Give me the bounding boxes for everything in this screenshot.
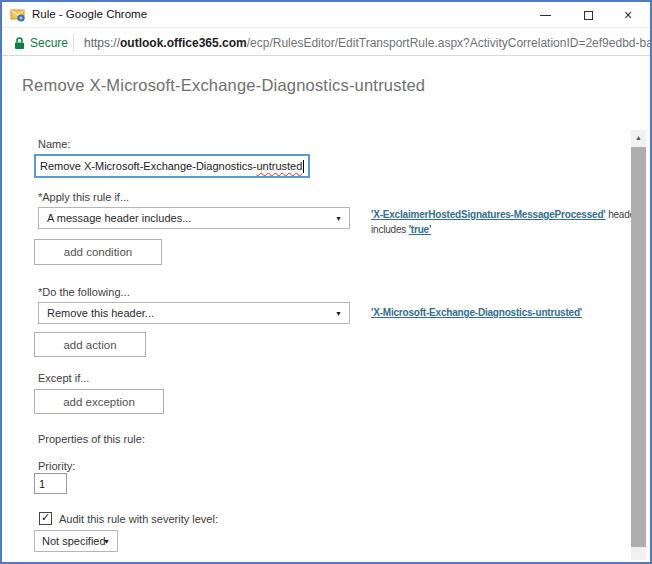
condition-value-link[interactable]: 'true' [409,224,431,235]
chevron-down-icon: ▼ [335,310,342,317]
audit-checkbox[interactable]: ✓ [39,512,52,525]
lock-icon[interactable] [14,36,25,49]
checkmark-icon: ✓ [41,512,50,523]
exception-label: Except if... [38,372,89,384]
severity-selected-option: Not specified [42,535,106,547]
url-scheme: https:// [84,36,120,50]
add-exception-button[interactable]: add exception [34,389,164,414]
condition-selected-option: A message header includes... [47,212,191,224]
severity-select[interactable]: Not specified ▼ [34,530,118,552]
mail-rule-icon [10,7,26,23]
action-select[interactable]: Remove this header... ▼ [38,302,350,324]
url-path: /ecp/RulesEditor/EditTransportRule.aspx?… [247,36,650,50]
name-input-value: Remove X-Microsoft-Exchange-Diagnostics- [40,160,256,172]
window-title: Rule - Google Chrome [32,8,147,20]
action-header-link[interactable]: 'X-Microsoft-Exchange-Diagnostics-untrus… [371,307,582,318]
address-bar-divider [73,34,74,51]
name-input-misspelled-word: untrusted [256,160,302,172]
properties-heading: Properties of this rule: [38,433,145,445]
add-action-button[interactable]: add action [34,332,146,357]
minimize-button[interactable] [525,2,565,28]
chevron-down-icon: ▼ [335,215,342,222]
priority-input[interactable] [34,473,67,494]
rules-editor-page: Remove X-Microsoft-Exchange-Diagnostics-… [2,57,650,562]
action-selected-option: Remove this header... [47,307,154,319]
url-domain: outlook.office365.com [120,36,247,50]
title-bar: Rule - Google Chrome × [2,2,650,28]
maximize-icon [584,11,593,20]
url-text[interactable]: https://outlook.office365.com/ecp/RulesE… [84,36,650,50]
minimize-icon [540,15,551,16]
action-label: *Do the following... [38,286,130,298]
page-title: Remove X-Microsoft-Exchange-Diagnostics-… [22,76,425,95]
condition-header-link[interactable]: 'X-ExclaimerHostedSignatures-MessageProc… [371,209,606,220]
add-condition-button[interactable]: add condition [34,239,162,265]
name-input[interactable]: Remove X-Microsoft-Exchange-Diagnostics-… [34,154,310,178]
condition-summary-text2: includes [371,224,409,235]
close-button[interactable]: × [608,2,648,28]
name-label: Name: [38,138,70,150]
priority-label: Priority: [38,460,75,472]
action-summary: 'X-Microsoft-Exchange-Diagnostics-untrus… [371,305,633,320]
secure-label[interactable]: Secure [30,36,68,50]
browser-popup-window: Rule - Google Chrome × Secure https://ou… [0,0,652,564]
condition-summary: 'X-ExclaimerHostedSignatures-MessageProc… [371,207,633,237]
scrollbar-thumb[interactable] [631,147,646,547]
maximize-button[interactable] [568,2,608,28]
address-bar: Secure https://outlook.office365.com/ecp… [2,29,650,56]
close-icon: × [624,8,632,22]
condition-select[interactable]: A message header includes... ▼ [38,207,350,229]
audit-label: Audit this rule with severity level: [59,513,218,525]
condition-label: *Apply this rule if... [38,191,129,203]
scrollbar-up-button[interactable]: ▲ [631,130,646,145]
chevron-down-icon: ▼ [103,538,110,545]
text-caret [303,160,304,173]
scroll-up-icon: ▲ [635,134,642,141]
